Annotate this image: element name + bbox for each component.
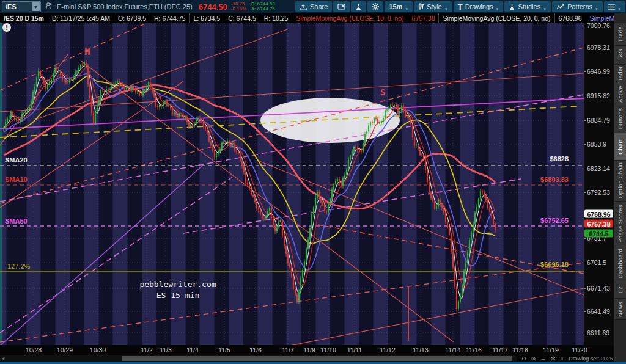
chart-label: $6696.18 xyxy=(540,261,569,268)
drawings-t-icon: T xyxy=(458,2,463,12)
study-label[interactable]: SimpleMovingAvg (CLOSE, 10, 0, no) xyxy=(292,13,408,23)
price-axis-label: 6611.69 xyxy=(587,329,609,337)
price-bubble: 6768.96 xyxy=(584,210,613,218)
price-axis-label: 6641.49 xyxy=(587,308,610,315)
price-axis-label: 7009.76 xyxy=(587,22,610,29)
price-axis-label: 6853.9 xyxy=(587,140,606,148)
price-axis-label: 6792.53 xyxy=(587,189,610,196)
date-axis-label: 11/11 xyxy=(347,346,363,354)
price-bubble: 6744.5 xyxy=(584,230,613,238)
gear-icon xyxy=(372,3,379,10)
sidebar-tab-trade[interactable]: Trade xyxy=(614,23,626,46)
left-edge-strip xyxy=(0,23,2,342)
date-axis-label: 11/19 xyxy=(543,346,559,354)
price-chart[interactable]: SMA20SMA10SMA50127.2%$6828$6803.83$6752.… xyxy=(0,23,584,345)
date-axis-label: 11/10 xyxy=(320,346,336,354)
chart-annotations[interactable]: SMA20SMA10SMA50127.2%$6828$6803.83$6752.… xyxy=(5,46,569,300)
share-button[interactable]: Share xyxy=(295,1,332,12)
top-toolbar: /ES ▼ E-mini S&P 500 Index Futures,ETH (… xyxy=(0,0,626,13)
date-axis[interactable]: 10/2810/2910/3011/211/311/411/511/611/71… xyxy=(0,345,614,355)
chart-label: SMA20 xyxy=(5,156,28,164)
sidebar-tab-t-s[interactable]: T&S xyxy=(614,46,626,65)
date-axis-label: 11/16 xyxy=(466,346,482,354)
chart-label: SMA50 xyxy=(5,217,28,225)
chart-scrollbar[interactable]: ◀ ⊖⊕↔✻ T Drawing set: 2025-11-15 xyxy=(0,355,626,362)
date-axis-label: 11/3 xyxy=(160,346,172,354)
symbol-dropdown-caret[interactable]: ▼ xyxy=(32,2,40,11)
chart-label: SMA10 xyxy=(5,176,28,183)
pan-arrows-icon[interactable]: ↔ xyxy=(540,355,546,362)
studies-flask-icon xyxy=(509,3,515,10)
zoom-in-icon[interactable]: ⊕ xyxy=(531,355,536,362)
date-axis-label: 11/12 xyxy=(380,346,396,354)
drawings-button[interactable]: T Drawings▼ xyxy=(454,1,504,12)
asterisk-tool-icon[interactable]: ✻ xyxy=(551,355,556,362)
study-value: 6768.96 xyxy=(555,13,586,23)
moving-average-lines xyxy=(4,65,495,298)
beaker-button[interactable] xyxy=(351,1,366,12)
text-tool-icon[interactable]: T xyxy=(561,355,564,362)
menu-button[interactable]: ▼ xyxy=(604,1,625,12)
bottom-mini-toolbar: ⊖⊕↔✻ T Drawing set: 2025-11-15 xyxy=(517,355,626,362)
study-value: 6757.38 xyxy=(408,13,440,23)
link-icon[interactable] xyxy=(45,2,52,11)
window-edge-bar xyxy=(0,362,626,364)
sidebar-tab-active-trader[interactable]: Active Trader xyxy=(614,65,626,104)
date-axis-label: 11/20 xyxy=(572,346,587,354)
price-axis-label: 6884.79 xyxy=(587,117,610,124)
ohlc-field: L: 6734.5 xyxy=(190,13,224,23)
chart-label: 127.2% xyxy=(7,263,31,270)
settings-button[interactable] xyxy=(367,1,383,12)
ohlc-field: O: 6739.5 xyxy=(114,13,150,23)
candle-style-icon xyxy=(418,3,424,10)
sidebar-tab-news[interactable]: News xyxy=(614,299,626,320)
highlight-ellipse[interactable] xyxy=(260,98,400,143)
candlesticks xyxy=(3,60,496,312)
patterns-button[interactable]: Patterns▼ xyxy=(552,1,603,12)
date-axis-label: 11/9 xyxy=(303,346,315,354)
date-axis-label: 11/4 xyxy=(186,346,199,354)
scroll-left-arrow[interactable]: ◀ xyxy=(1,356,4,361)
price-change: -10.75-0.16% xyxy=(231,2,246,12)
date-axis-label: 11/18 xyxy=(512,346,528,354)
price-axis-label: 6915.82 xyxy=(587,92,610,100)
scrollbar-thumb[interactable] xyxy=(122,356,512,361)
date-axis-label: 11/5 xyxy=(218,346,230,354)
chart-label: $6752.65 xyxy=(540,217,569,224)
sidebar-tab-option-chain[interactable]: Option Chain xyxy=(614,161,626,202)
date-axis-label: 10/30 xyxy=(90,346,106,354)
date-axis-label: 10/29 xyxy=(57,346,73,354)
chart-label: $6803.83 xyxy=(540,176,569,183)
studies-button[interactable]: Studies▼ xyxy=(504,1,551,12)
sidebar-tab-buttons[interactable]: Buttons xyxy=(614,104,626,133)
sidebar-tab-chart[interactable]: Chart xyxy=(614,133,626,161)
date-axis-label: 11/14 xyxy=(445,346,461,354)
chart-label: pebblewriter.com xyxy=(139,280,216,289)
price-axis-label: 6823.14 xyxy=(587,165,610,172)
price-axis-label: 6978.31 xyxy=(587,44,610,51)
right-sidebar: TradeT&SActive TraderButtonsChartOption … xyxy=(614,13,626,362)
notes-button[interactable] xyxy=(333,1,350,12)
flask-icon xyxy=(355,3,362,10)
price-axis[interactable]: 7009.766978.316946.996915.826884.796853.… xyxy=(584,23,614,355)
info-icon[interactable]: ! xyxy=(2,23,11,32)
sidebar-tab-l2[interactable]: L2 xyxy=(614,282,626,299)
study-label[interactable]: SimpleMovingAvg (CLOSE, 20, 0, no) xyxy=(439,13,554,23)
zoom-out-icon[interactable]: ⊖ xyxy=(521,355,526,362)
price-axis-label: 6701.5 xyxy=(587,259,606,266)
interval-button[interactable]: 15m▼ xyxy=(385,1,413,12)
note-icon xyxy=(337,4,345,10)
chart-status-row: /ES 20 D 15m D: 11/17/25 5:45 AMO: 6739.… xyxy=(0,13,626,23)
price-bubble: 6757.38 xyxy=(584,220,613,228)
ohlc-field: D: 11/17/25 5:45 AM xyxy=(48,13,114,23)
date-axis-label: 10/28 xyxy=(26,346,42,354)
style-button[interactable]: Style▼ xyxy=(414,1,452,12)
sidebar-tab-phase-scores[interactable]: Phase Scores xyxy=(614,202,626,246)
date-axis-label: 11/7 xyxy=(282,346,294,354)
symbol-input[interactable]: /ES ▼ xyxy=(2,1,41,12)
hamburger-icon xyxy=(608,4,615,10)
sidebar-tab-dashboard[interactable]: Dashboard xyxy=(614,246,626,282)
price-axis-label: 6946.99 xyxy=(587,68,610,75)
patterns-icon xyxy=(556,4,565,10)
last-price: 6744.50 xyxy=(199,2,227,12)
